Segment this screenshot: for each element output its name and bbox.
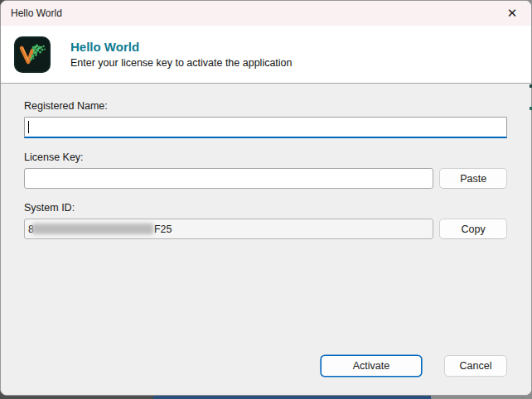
activate-button[interactable]: Activate — [321, 355, 422, 377]
dialog-subtitle: Enter your license key to activate the a… — [70, 57, 293, 69]
header-text: Hello World Enter your license key to ac… — [70, 40, 293, 69]
license-key-label: License Key: — [24, 151, 507, 163]
paste-button[interactable]: Paste — [439, 168, 507, 189]
system-id-label: System ID: — [24, 202, 507, 214]
system-id-redacted-block — [32, 224, 153, 234]
cancel-button[interactable]: Cancel — [444, 355, 507, 377]
dialog-heading: Hello World — [70, 40, 293, 54]
license-key-input[interactable] — [25, 169, 433, 188]
app-logo-icon — [14, 36, 51, 73]
system-id-suffix: F25 — [154, 224, 172, 235]
license-key-field-frame — [24, 168, 433, 189]
title-bar[interactable]: Hello World ✕ — [1, 1, 531, 26]
screen-background: Hello World ✕ — [0, 0, 532, 399]
system-id-value: 8 F25 — [24, 219, 433, 239]
dialog-body: Registered Name: License Key: Paste Syst… — [1, 84, 531, 349]
close-icon[interactable]: ✕ — [493, 1, 531, 26]
license-key-row: Paste — [24, 168, 507, 189]
window-title: Hello World — [1, 7, 62, 19]
text-caret — [28, 121, 29, 133]
registered-name-label: Registered Name: — [24, 100, 507, 112]
system-id-row: 8 F25 Copy — [24, 219, 507, 239]
copy-button[interactable]: Copy — [439, 219, 507, 239]
dialog-footer: Activate Cancel — [1, 349, 531, 395]
registered-name-input[interactable] — [25, 118, 506, 137]
activation-dialog: Hello World ✕ — [0, 0, 532, 396]
dialog-header: Hello World Enter your license key to ac… — [1, 26, 531, 84]
registered-name-field-frame — [24, 117, 507, 138]
